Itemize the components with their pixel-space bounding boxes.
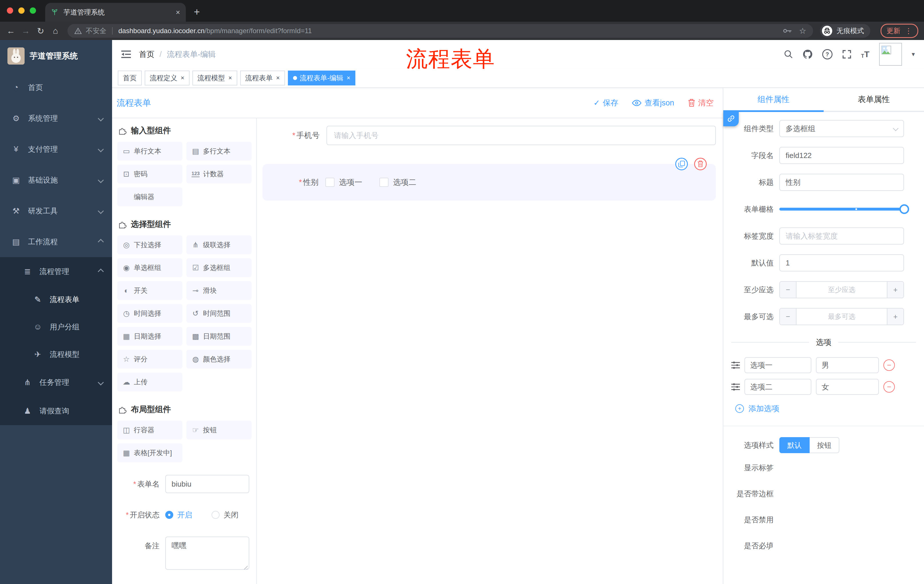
tag-process-form[interactable]: 流程表单 × — [240, 71, 285, 86]
tag-close-icon[interactable]: × — [181, 74, 185, 82]
status-radio-off[interactable]: 关闭 — [211, 510, 238, 520]
grid-slider[interactable] — [779, 201, 904, 218]
tag-process-definition[interactable]: 流程定义 × — [145, 71, 190, 86]
link-handle-button[interactable] — [723, 111, 739, 126]
component-type-select[interactable] — [779, 120, 904, 137]
sidebar-item-leave-query[interactable]: ♟ 请假查询 — [0, 396, 112, 425]
palette-item-color-picker[interactable]: ◍颜色选择 — [186, 350, 252, 368]
palette-item-cascader[interactable]: ⋔级联选择 — [186, 235, 252, 254]
min-select-placeholder[interactable]: 至少应选 — [797, 282, 887, 298]
palette-item-date-range[interactable]: ▩日期范围 — [186, 327, 252, 346]
drag-handle-icon[interactable] — [731, 362, 740, 369]
breadcrumb-home[interactable]: 首页 — [139, 49, 154, 59]
address-bar[interactable]: 不安全 dashboard.yudao.iocoder.cn/bpm/manag… — [68, 24, 813, 38]
palette-item-single-text[interactable]: ▭单行文本 — [117, 142, 182, 161]
phone-field-row[interactable]: *手机号 — [262, 126, 716, 145]
sidebar-item-payment[interactable]: ¥ 支付管理 — [0, 134, 112, 165]
tag-process-form-edit[interactable]: 流程表单-编辑 × — [288, 71, 356, 86]
browser-tab[interactable]: 芋道管理系统 × — [45, 3, 186, 22]
palette-item-button[interactable]: ☞按钮 — [186, 421, 252, 439]
sidebar-item-infra[interactable]: ▣ 基础设施 — [0, 165, 112, 196]
window-zoom-button[interactable] — [30, 7, 36, 14]
component-type-value[interactable] — [779, 120, 904, 137]
add-option-button[interactable]: + 添加选项 — [735, 403, 916, 414]
sidebar-item-workflow[interactable]: ▤ 工作流程 — [0, 226, 112, 257]
save-button[interactable]: ✓ 保存 — [594, 98, 619, 108]
palette-item-time-range[interactable]: ↺时间范围 — [186, 304, 252, 323]
window-minimize-button[interactable] — [18, 7, 25, 14]
tag-home[interactable]: 首页 — [118, 71, 142, 86]
palette-item-textarea[interactable]: ▤多行文本 — [186, 142, 252, 161]
decrease-button[interactable]: − — [780, 282, 797, 298]
delete-component-button[interactable] — [694, 158, 707, 170]
tag-process-model[interactable]: 流程模型 × — [192, 71, 237, 86]
option-label-input[interactable] — [744, 379, 811, 395]
remove-option-button[interactable]: − — [883, 359, 895, 371]
default-value-input[interactable] — [779, 254, 904, 271]
palette-item-radio-group[interactable]: ◉单选框组 — [117, 258, 182, 277]
remove-option-button[interactable]: − — [883, 381, 895, 393]
password-key-icon[interactable] — [783, 28, 792, 33]
palette-item-editor[interactable]: 编辑器 — [117, 188, 182, 206]
reload-icon[interactable]: ↻ — [35, 26, 46, 36]
avatar[interactable] — [879, 43, 902, 66]
gender-option-1[interactable]: 选项一 — [325, 177, 362, 188]
checkbox-icon[interactable] — [380, 178, 389, 187]
gender-option-2[interactable]: 选项二 — [380, 177, 416, 188]
palette-item-upload[interactable]: ☁上传 — [117, 373, 182, 392]
sidebar-item-devtools[interactable]: ⚒ 研发工具 — [0, 196, 112, 226]
tag-close-icon[interactable]: × — [228, 74, 232, 82]
option-value-input[interactable] — [816, 357, 879, 373]
sidebar-item-process-mgmt[interactable]: ≣ 流程管理 — [0, 257, 112, 286]
forward-icon[interactable]: → — [21, 26, 31, 36]
increase-button[interactable]: + — [887, 282, 903, 298]
tag-close-icon[interactable]: × — [347, 74, 350, 82]
palette-item-password[interactable]: ⊡密码 — [117, 165, 182, 183]
increase-button[interactable]: + — [887, 309, 903, 324]
form-canvas[interactable]: *手机号 *性别 — [257, 118, 723, 584]
palette-item-date-picker[interactable]: ▦日期选择 — [117, 327, 182, 346]
style-default-button[interactable]: 默认 — [779, 437, 810, 453]
slider-handle[interactable] — [899, 204, 909, 214]
form-remark-textarea[interactable] — [165, 536, 249, 570]
palette-item-table[interactable]: ▦表格[开发中] — [117, 443, 182, 462]
checkbox-icon[interactable] — [325, 178, 335, 187]
form-name-input[interactable] — [165, 475, 249, 493]
option-value-input[interactable] — [816, 379, 879, 395]
selected-component-panel[interactable]: *性别 选项一 选项二 — [262, 164, 716, 201]
avatar-caret-icon[interactable]: ▾ — [912, 51, 915, 58]
status-radio-on[interactable]: 开启 — [165, 510, 192, 520]
palette-item-switch[interactable]: ◐开关 — [117, 281, 182, 300]
window-close-button[interactable] — [7, 7, 13, 14]
sidebar-item-home[interactable]: ◔ 首页 — [0, 72, 112, 103]
fullscreen-icon[interactable] — [842, 50, 851, 59]
option-label-input[interactable] — [744, 357, 811, 373]
palette-item-counter[interactable]: 123计数器 — [186, 165, 252, 183]
palette-item-select[interactable]: ◎下拉选择 — [117, 235, 182, 254]
label-width-input[interactable] — [779, 227, 904, 245]
palette-item-row-container[interactable]: ◫行容器 — [117, 421, 182, 439]
palette-item-time-picker[interactable]: ◷时间选择 — [117, 304, 182, 323]
tab-form-props[interactable]: 表单属性 — [823, 88, 924, 111]
palette-item-checkbox-group[interactable]: ☑多选框组 — [186, 258, 252, 277]
view-json-button[interactable]: 查看json — [632, 98, 674, 108]
github-icon[interactable] — [803, 49, 812, 59]
sidebar-item-process-form[interactable]: ✎ 流程表单 — [0, 286, 112, 313]
style-button-button[interactable]: 按钮 — [810, 437, 839, 453]
phone-input[interactable] — [327, 126, 716, 145]
font-size-icon[interactable]: TT — [861, 50, 870, 59]
home-icon[interactable]: ⌂ — [50, 26, 61, 36]
collapse-sidebar-icon[interactable] — [121, 50, 131, 58]
sidebar-item-user-group[interactable]: ☺ 用户分组 — [0, 313, 112, 341]
drag-handle-icon[interactable] — [731, 383, 740, 391]
tag-close-icon[interactable]: × — [276, 74, 280, 82]
sidebar-logo[interactable]: 芋道管理系统 — [0, 40, 112, 72]
back-icon[interactable]: ← — [6, 26, 16, 36]
sidebar-item-task-mgmt[interactable]: ⋔ 任务管理 — [0, 368, 112, 396]
browser-update-button[interactable]: 更新 ⋮ — [881, 24, 918, 38]
browser-menu-icon[interactable]: ⋮ — [905, 26, 912, 35]
max-select-placeholder[interactable]: 最多可选 — [797, 309, 887, 324]
tab-close-icon[interactable]: × — [176, 8, 180, 17]
slider-track[interactable] — [779, 208, 904, 211]
palette-item-slider[interactable]: ⊸滑块 — [186, 281, 252, 300]
